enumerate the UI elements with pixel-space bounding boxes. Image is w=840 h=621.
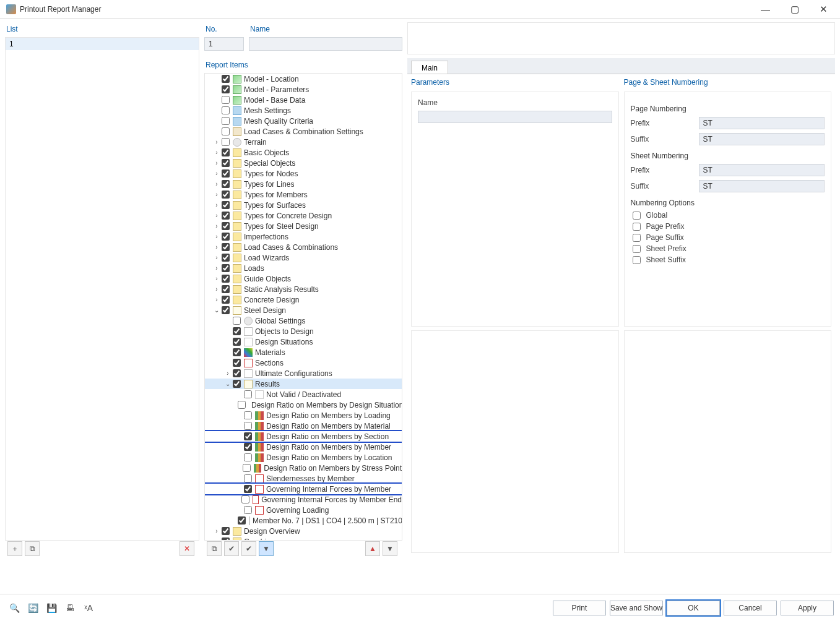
collapse-icon[interactable]: ⌄: [225, 380, 231, 387]
tree-item[interactable]: ›Concrete Design: [205, 294, 402, 305]
minimize-button[interactable]: —: [751, 1, 779, 17]
cancel-button[interactable]: Cancel: [724, 601, 777, 615]
tree-item[interactable]: Design Ratio on Members by Member: [205, 442, 402, 452]
tree-checkbox[interactable]: [222, 85, 230, 93]
tree-checkbox[interactable]: [222, 306, 230, 314]
expand-icon[interactable]: ›: [214, 265, 220, 272]
tree-checkbox[interactable]: [222, 212, 230, 220]
report-items-tree[interactable]: Model - LocationModel - ParametersModel …: [204, 73, 402, 541]
param-name-input[interactable]: [418, 111, 612, 123]
tree-item[interactable]: ›Load Cases & Combinations: [205, 242, 402, 252]
expand-icon[interactable]: ›: [214, 191, 220, 198]
expand-icon[interactable]: ›: [214, 181, 220, 187]
tree-checkbox[interactable]: [233, 348, 241, 356]
tree-item[interactable]: ›Ultimate Configurations: [205, 368, 402, 379]
expand-icon[interactable]: ›: [214, 170, 220, 177]
expand-icon[interactable]: ›: [214, 160, 220, 166]
print-icon[interactable]: 🖶: [62, 600, 78, 616]
tree-checkbox[interactable]: [222, 148, 230, 156]
help-icon[interactable]: 🔍: [6, 600, 22, 616]
tree-checkbox[interactable]: [233, 369, 241, 377]
tree-checkbox[interactable]: [244, 506, 252, 514]
tree-item[interactable]: Design Ratio on Members by Loading: [205, 410, 402, 421]
language-icon[interactable]: ᵡA: [80, 600, 97, 616]
tree-checkbox[interactable]: [222, 169, 230, 178]
tree-item[interactable]: ⌄Steel Design: [205, 305, 402, 315]
tree-item[interactable]: Global Settings: [205, 315, 402, 326]
tree-item[interactable]: ›Load Wizards: [205, 252, 402, 263]
tree-checkbox[interactable]: [244, 432, 252, 440]
tree-item[interactable]: ›Static Analysis Results: [205, 284, 402, 294]
new-list-icon[interactable]: ＋: [7, 541, 22, 556]
check-all-icon[interactable]: ✔: [224, 541, 239, 556]
tree-checkbox[interactable]: [222, 180, 230, 188]
expand-icon[interactable]: ›: [225, 370, 231, 377]
tree-checkbox[interactable]: [244, 474, 252, 482]
expand-icon[interactable]: ›: [214, 254, 220, 261]
tree-item[interactable]: Not Valid / Deactivated: [205, 389, 402, 400]
tree-item[interactable]: Model - Parameters: [205, 84, 402, 95]
uncheck-all-icon[interactable]: ✔: [241, 541, 256, 556]
tree-item[interactable]: ⌄Results: [205, 379, 402, 389]
expand-icon[interactable]: ›: [214, 212, 220, 219]
expand-icon[interactable]: ›: [214, 275, 220, 282]
expand-icon[interactable]: ›: [214, 244, 220, 251]
tree-checkbox[interactable]: [233, 338, 241, 346]
tree-item[interactable]: Design Situations: [205, 336, 402, 347]
tree-item[interactable]: ›Basic Objects: [205, 147, 402, 158]
tree-checkbox[interactable]: [222, 117, 230, 125]
tree-checkbox[interactable]: [244, 422, 252, 430]
tree-checkbox[interactable]: [222, 264, 230, 272]
move-down-icon[interactable]: ▼: [383, 541, 397, 556]
tree-item[interactable]: Mesh Settings: [205, 105, 402, 116]
close-button[interactable]: ✕: [810, 1, 838, 17]
tree-checkbox[interactable]: [222, 138, 230, 146]
copy-list-icon[interactable]: ⧉: [25, 541, 40, 556]
tree-item[interactable]: ›Terrain: [205, 137, 402, 147]
tree-item[interactable]: Design Ratio on Members by Location: [205, 452, 402, 463]
numbering-option-checkbox[interactable]: [633, 245, 641, 253]
tree-checkbox[interactable]: [222, 233, 230, 241]
tree-item[interactable]: ›Types for Surfaces: [205, 200, 402, 210]
tree-item[interactable]: ›Types for Steel Design: [205, 221, 402, 231]
numbering-option-checkbox[interactable]: [633, 212, 641, 220]
expand-icon[interactable]: ›: [214, 139, 220, 145]
ok-button[interactable]: OK: [667, 601, 720, 615]
tree-checkbox[interactable]: [222, 275, 230, 283]
tree-item[interactable]: Graphics: [205, 536, 402, 541]
tree-item[interactable]: Model - Base Data: [205, 95, 402, 105]
save-icon[interactable]: 💾: [43, 600, 59, 616]
tree-item[interactable]: Materials: [205, 347, 402, 358]
numbering-option-checkbox[interactable]: [633, 256, 641, 264]
tree-checkbox[interactable]: [222, 527, 230, 535]
tree-item[interactable]: Governing Internal Forces by Member: [205, 484, 402, 494]
tree-checkbox[interactable]: [222, 96, 230, 104]
tree-item[interactable]: ›Types for Lines: [205, 179, 402, 189]
tree-item[interactable]: Load Cases & Combination Settings: [205, 126, 402, 137]
list-row[interactable]: 1: [6, 38, 199, 50]
page-suffix-input[interactable]: ST: [699, 133, 825, 145]
sheet-prefix-input[interactable]: ST: [699, 164, 825, 176]
tree-checkbox[interactable]: [233, 380, 241, 388]
save-and-show-button[interactable]: Save and Show: [610, 601, 663, 615]
tree-item[interactable]: Model - Location: [205, 74, 402, 84]
tree-checkbox[interactable]: [244, 411, 252, 419]
tree-item[interactable]: ›Special Objects: [205, 158, 402, 168]
name-input[interactable]: [249, 37, 402, 51]
tree-item[interactable]: Slendernesses by Member: [205, 473, 402, 484]
tree-item[interactable]: ›Guide Objects: [205, 273, 402, 284]
tree-item[interactable]: ›Design Overview: [205, 526, 402, 536]
tree-item[interactable]: ›Types for Nodes: [205, 168, 402, 179]
tree-checkbox[interactable]: [238, 401, 246, 409]
tree-item[interactable]: Member No. 7 | DS1 | CO4 | 2.500 m | ST2…: [205, 515, 402, 526]
tree-checkbox[interactable]: [233, 359, 241, 367]
numbering-option-checkbox[interactable]: [633, 234, 641, 242]
move-up-icon[interactable]: ▲: [365, 541, 380, 556]
expand-icon[interactable]: ›: [214, 223, 220, 229]
tree-item[interactable]: Governing Internal Forces by Member End: [205, 494, 402, 505]
apply-button[interactable]: Apply: [781, 601, 834, 615]
expand-icon[interactable]: ›: [214, 233, 220, 240]
page-prefix-input[interactable]: ST: [699, 117, 825, 129]
tree-item[interactable]: Design Ratio on Members by Material: [205, 421, 402, 431]
tree-checkbox[interactable]: [222, 106, 230, 114]
